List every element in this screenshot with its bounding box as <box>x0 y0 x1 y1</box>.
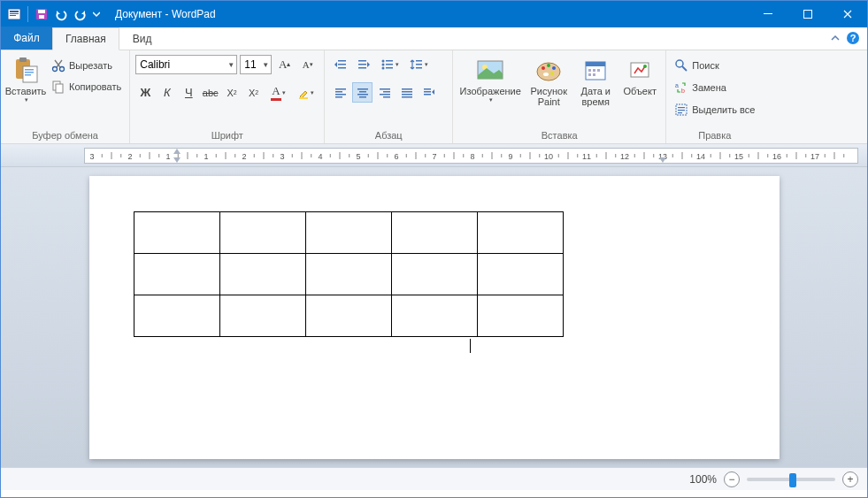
table-cell[interactable] <box>391 254 477 295</box>
table-cell[interactable] <box>305 254 391 295</box>
subscript-button[interactable]: X2 <box>222 82 242 103</box>
paste-button[interactable]: Вставить ▾ <box>6 54 45 105</box>
insert-image-button[interactable]: Изображение▾ <box>458 54 522 105</box>
table-cell[interactable] <box>219 212 305 254</box>
insert-object-button[interactable]: Объект <box>619 54 660 98</box>
tab-view[interactable]: Вид <box>119 27 165 50</box>
group-editing: Поиск ab Замена Выделить все Правка <box>666 50 763 143</box>
table-cell[interactable] <box>134 212 219 254</box>
help-icon[interactable]: ? <box>846 31 860 45</box>
font-name-select[interactable]: Calibri ▼ <box>135 55 237 74</box>
close-button[interactable] <box>827 1 867 27</box>
svg-point-59 <box>542 66 545 70</box>
select-all-button[interactable]: Выделить все <box>672 100 757 119</box>
qat-customize-icon[interactable] <box>92 6 101 22</box>
table-cell[interactable] <box>391 212 477 254</box>
svg-rect-97 <box>254 154 255 157</box>
font-color-button[interactable]: A▾ <box>265 82 291 103</box>
align-right-button[interactable] <box>374 82 395 103</box>
document-area[interactable] <box>1 167 867 467</box>
tab-strip: Файл Главная Вид ? <box>1 27 867 50</box>
cut-button[interactable]: Вырезать <box>49 56 124 75</box>
decrease-indent-button[interactable] <box>330 54 350 74</box>
tab-home[interactable]: Главная <box>52 27 119 50</box>
svg-rect-66 <box>588 69 591 72</box>
svg-rect-94 <box>226 152 227 159</box>
svg-rect-102 <box>302 152 303 159</box>
ribbon: Вставить ▾ Вырезать Копировать Буфер обм… <box>1 50 867 144</box>
table-cell[interactable] <box>134 295 219 337</box>
bold-button[interactable]: Ж <box>135 82 155 103</box>
undo-icon[interactable] <box>53 6 69 22</box>
table-cell[interactable] <box>134 254 219 295</box>
table-cell[interactable] <box>477 212 563 254</box>
svg-rect-77 <box>678 107 685 108</box>
tab-file[interactable]: Файл <box>1 27 52 50</box>
maximize-button[interactable] <box>787 1 827 27</box>
table-cell[interactable] <box>305 295 391 337</box>
increase-indent-button[interactable] <box>353 54 373 74</box>
align-center-button[interactable] <box>352 82 373 103</box>
table-cell[interactable] <box>477 295 563 337</box>
shrink-font-button[interactable]: A▾ <box>297 54 318 74</box>
svg-point-63 <box>543 73 549 76</box>
zoom-out-button[interactable]: − <box>724 471 740 487</box>
ribbon-collapse-icon[interactable] <box>830 33 841 43</box>
grow-font-button[interactable]: A▴ <box>274 54 295 74</box>
table-cell[interactable] <box>477 254 563 295</box>
svg-text:2: 2 <box>242 152 246 161</box>
svg-text:12: 12 <box>620 152 629 161</box>
svg-text:3: 3 <box>89 152 94 161</box>
svg-rect-8 <box>803 11 811 19</box>
italic-button[interactable]: К <box>157 82 177 103</box>
svg-text:14: 14 <box>696 152 705 161</box>
page[interactable] <box>89 176 780 459</box>
table-cell[interactable] <box>391 295 477 337</box>
svg-text:b: b <box>681 88 685 94</box>
app-icon[interactable] <box>6 6 22 22</box>
tab-home-label: Главная <box>65 33 106 45</box>
paragraph-dialog-button[interactable] <box>419 82 439 103</box>
bullet-list-button[interactable]: ▾ <box>376 54 403 74</box>
svg-rect-67 <box>593 69 595 72</box>
redo-icon[interactable] <box>73 6 88 22</box>
align-left-button[interactable] <box>330 82 350 103</box>
svg-rect-138 <box>644 152 645 159</box>
line-spacing-button[interactable]: ▾ <box>405 54 432 74</box>
underline-button[interactable]: Ч <box>179 82 198 103</box>
svg-text:11: 11 <box>582 152 591 161</box>
quick-access-toolbar <box>1 6 106 22</box>
zoom-slider-thumb[interactable] <box>789 473 796 487</box>
horizontal-ruler[interactable]: 3211234567891011121314151617 <box>84 148 858 164</box>
minimize-button[interactable] <box>748 1 787 27</box>
insert-datetime-button[interactable]: Дата и время <box>575 54 616 109</box>
svg-point-28 <box>381 59 384 62</box>
highlight-button[interactable]: ▾ <box>293 82 319 103</box>
svg-rect-65 <box>586 62 605 66</box>
replace-button[interactable]: ab Замена <box>672 78 729 97</box>
font-size-select[interactable]: 11 ▼ <box>240 55 272 74</box>
svg-rect-133 <box>596 154 597 157</box>
document-table[interactable] <box>134 211 564 337</box>
svg-text:6: 6 <box>394 152 398 161</box>
svg-rect-103 <box>311 154 311 157</box>
table-cell[interactable] <box>305 212 391 254</box>
insert-paint-button[interactable]: Рисунок Paint <box>526 54 572 109</box>
svg-text:1: 1 <box>204 152 208 161</box>
svg-rect-127 <box>539 154 540 157</box>
svg-rect-2 <box>10 13 19 14</box>
svg-rect-146 <box>720 152 721 159</box>
superscript-button[interactable]: X2 <box>243 82 263 103</box>
align-justify-button[interactable] <box>396 82 417 103</box>
table-cell[interactable] <box>219 295 305 337</box>
svg-rect-125 <box>520 154 521 157</box>
zoom-slider[interactable] <box>747 478 835 481</box>
find-button[interactable]: Поиск <box>672 56 721 75</box>
table-cell[interactable] <box>219 254 305 295</box>
group-editing-label: Правка <box>672 128 757 142</box>
svg-rect-40 <box>335 96 342 98</box>
copy-button[interactable]: Копировать <box>49 77 124 96</box>
zoom-in-button[interactable]: + <box>842 471 858 487</box>
save-icon[interactable] <box>34 6 50 22</box>
strikethrough-button[interactable]: abc <box>201 82 220 103</box>
